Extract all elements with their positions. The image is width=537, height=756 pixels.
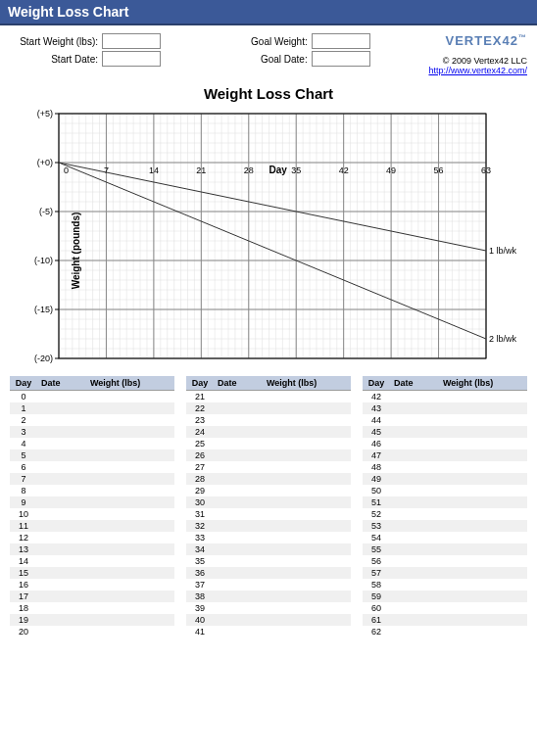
cell-date[interactable]	[390, 496, 439, 508]
cell-date[interactable]	[37, 485, 86, 496]
cell-weight[interactable]	[86, 532, 174, 543]
cell-weight[interactable]	[439, 602, 527, 614]
cell-weight[interactable]	[263, 532, 351, 543]
cell-date[interactable]	[390, 391, 439, 403]
cell-date[interactable]	[37, 438, 86, 449]
cell-date[interactable]	[37, 567, 86, 579]
cell-weight[interactable]	[86, 579, 174, 591]
cell-weight[interactable]	[86, 496, 174, 508]
cell-date[interactable]	[214, 508, 263, 520]
cell-weight[interactable]	[439, 391, 527, 403]
cell-weight[interactable]	[439, 591, 527, 602]
cell-date[interactable]	[390, 485, 439, 496]
cell-date[interactable]	[37, 602, 86, 614]
cell-weight[interactable]	[439, 579, 527, 591]
cell-date[interactable]	[37, 591, 86, 602]
cell-weight[interactable]	[439, 414, 527, 426]
cell-weight[interactable]	[263, 614, 351, 626]
cell-weight[interactable]	[263, 461, 351, 473]
cell-date[interactable]	[37, 402, 86, 414]
start-weight-input[interactable]	[102, 33, 161, 49]
cell-weight[interactable]	[263, 543, 351, 555]
cell-date[interactable]	[390, 591, 439, 602]
cell-weight[interactable]	[439, 508, 527, 520]
cell-date[interactable]	[390, 520, 439, 532]
cell-weight[interactable]	[439, 626, 527, 638]
cell-date[interactable]	[37, 508, 86, 520]
cell-date[interactable]	[214, 591, 263, 602]
cell-weight[interactable]	[263, 449, 351, 461]
start-date-input[interactable]	[102, 51, 161, 67]
cell-weight[interactable]	[263, 496, 351, 508]
cell-weight[interactable]	[439, 426, 527, 438]
cell-date[interactable]	[37, 555, 86, 567]
cell-weight[interactable]	[263, 579, 351, 591]
cell-date[interactable]	[37, 520, 86, 532]
cell-weight[interactable]	[86, 449, 174, 461]
cell-weight[interactable]	[439, 449, 527, 461]
cell-date[interactable]	[390, 626, 439, 638]
cell-date[interactable]	[37, 626, 86, 638]
cell-weight[interactable]	[86, 520, 174, 532]
cell-date[interactable]	[390, 543, 439, 555]
cell-weight[interactable]	[263, 485, 351, 496]
cell-weight[interactable]	[439, 461, 527, 473]
cell-date[interactable]	[390, 402, 439, 414]
cell-date[interactable]	[37, 449, 86, 461]
cell-date[interactable]	[214, 496, 263, 508]
cell-weight[interactable]	[263, 438, 351, 449]
cell-weight[interactable]	[439, 567, 527, 579]
goal-weight-input[interactable]	[312, 33, 370, 49]
cell-weight[interactable]	[86, 485, 174, 496]
cell-weight[interactable]	[86, 591, 174, 602]
cell-weight[interactable]	[263, 402, 351, 414]
cell-weight[interactable]	[439, 614, 527, 626]
cell-weight[interactable]	[439, 402, 527, 414]
cell-date[interactable]	[214, 614, 263, 626]
cell-date[interactable]	[214, 543, 263, 555]
cell-weight[interactable]	[439, 438, 527, 449]
cell-weight[interactable]	[439, 473, 527, 485]
cell-weight[interactable]	[86, 508, 174, 520]
cell-date[interactable]	[390, 614, 439, 626]
cell-date[interactable]	[214, 414, 263, 426]
cell-date[interactable]	[37, 426, 86, 438]
cell-weight[interactable]	[263, 520, 351, 532]
cell-weight[interactable]	[86, 614, 174, 626]
cell-weight[interactable]	[86, 567, 174, 579]
cell-weight[interactable]	[86, 414, 174, 426]
cell-weight[interactable]	[439, 543, 527, 555]
cell-weight[interactable]	[263, 626, 351, 638]
cell-weight[interactable]	[439, 520, 527, 532]
cell-date[interactable]	[37, 473, 86, 485]
cell-date[interactable]	[37, 532, 86, 543]
cell-date[interactable]	[390, 602, 439, 614]
cell-weight[interactable]	[86, 391, 174, 403]
cell-weight[interactable]	[439, 555, 527, 567]
cell-date[interactable]	[214, 438, 263, 449]
cell-date[interactable]	[390, 438, 439, 449]
cell-date[interactable]	[390, 508, 439, 520]
cell-date[interactable]	[214, 626, 263, 638]
cell-date[interactable]	[390, 567, 439, 579]
cell-date[interactable]	[37, 543, 86, 555]
brand-link[interactable]: http://www.vertex42.com/	[428, 66, 527, 75]
cell-date[interactable]	[37, 614, 86, 626]
cell-date[interactable]	[390, 426, 439, 438]
cell-date[interactable]	[214, 485, 263, 496]
cell-date[interactable]	[214, 567, 263, 579]
cell-date[interactable]	[37, 414, 86, 426]
cell-date[interactable]	[390, 461, 439, 473]
cell-date[interactable]	[390, 532, 439, 543]
cell-weight[interactable]	[439, 532, 527, 543]
cell-date[interactable]	[37, 461, 86, 473]
cell-date[interactable]	[214, 449, 263, 461]
cell-date[interactable]	[214, 473, 263, 485]
cell-weight[interactable]	[86, 438, 174, 449]
cell-weight[interactable]	[263, 508, 351, 520]
cell-weight[interactable]	[86, 626, 174, 638]
cell-weight[interactable]	[263, 414, 351, 426]
cell-weight[interactable]	[263, 555, 351, 567]
goal-date-input[interactable]	[312, 51, 370, 67]
cell-weight[interactable]	[86, 543, 174, 555]
